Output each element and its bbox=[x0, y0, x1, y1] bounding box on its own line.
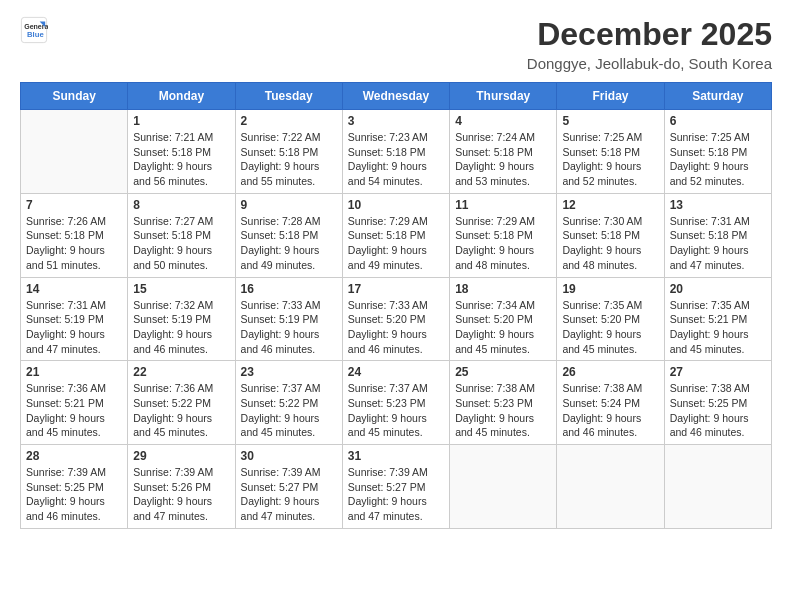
calendar-cell: 29Sunrise: 7:39 AM Sunset: 5:26 PM Dayli… bbox=[128, 445, 235, 529]
day-number: 16 bbox=[241, 282, 337, 296]
day-info: Sunrise: 7:30 AM Sunset: 5:18 PM Dayligh… bbox=[562, 214, 658, 273]
calendar-cell bbox=[557, 445, 664, 529]
day-number: 14 bbox=[26, 282, 122, 296]
day-number: 5 bbox=[562, 114, 658, 128]
calendar-cell bbox=[664, 445, 771, 529]
day-number: 12 bbox=[562, 198, 658, 212]
day-number: 3 bbox=[348, 114, 444, 128]
calendar-week-4: 21Sunrise: 7:36 AM Sunset: 5:21 PM Dayli… bbox=[21, 361, 772, 445]
weekday-header-wednesday: Wednesday bbox=[342, 83, 449, 110]
weekday-header-tuesday: Tuesday bbox=[235, 83, 342, 110]
day-number: 2 bbox=[241, 114, 337, 128]
day-info: Sunrise: 7:36 AM Sunset: 5:21 PM Dayligh… bbox=[26, 381, 122, 440]
calendar-cell: 13Sunrise: 7:31 AM Sunset: 5:18 PM Dayli… bbox=[664, 193, 771, 277]
calendar-cell: 6Sunrise: 7:25 AM Sunset: 5:18 PM Daylig… bbox=[664, 110, 771, 194]
day-number: 10 bbox=[348, 198, 444, 212]
calendar-cell: 9Sunrise: 7:28 AM Sunset: 5:18 PM Daylig… bbox=[235, 193, 342, 277]
logo-icon: General Blue bbox=[20, 16, 48, 44]
title-area: December 2025 Donggye, Jeollabuk-do, Sou… bbox=[527, 16, 772, 72]
day-info: Sunrise: 7:32 AM Sunset: 5:19 PM Dayligh… bbox=[133, 298, 229, 357]
calendar-cell: 8Sunrise: 7:27 AM Sunset: 5:18 PM Daylig… bbox=[128, 193, 235, 277]
calendar-cell: 10Sunrise: 7:29 AM Sunset: 5:18 PM Dayli… bbox=[342, 193, 449, 277]
day-info: Sunrise: 7:38 AM Sunset: 5:23 PM Dayligh… bbox=[455, 381, 551, 440]
day-info: Sunrise: 7:25 AM Sunset: 5:18 PM Dayligh… bbox=[562, 130, 658, 189]
day-info: Sunrise: 7:21 AM Sunset: 5:18 PM Dayligh… bbox=[133, 130, 229, 189]
day-number: 6 bbox=[670, 114, 766, 128]
day-number: 28 bbox=[26, 449, 122, 463]
day-info: Sunrise: 7:39 AM Sunset: 5:26 PM Dayligh… bbox=[133, 465, 229, 524]
day-number: 29 bbox=[133, 449, 229, 463]
day-info: Sunrise: 7:37 AM Sunset: 5:22 PM Dayligh… bbox=[241, 381, 337, 440]
day-info: Sunrise: 7:39 AM Sunset: 5:25 PM Dayligh… bbox=[26, 465, 122, 524]
day-info: Sunrise: 7:33 AM Sunset: 5:20 PM Dayligh… bbox=[348, 298, 444, 357]
day-number: 9 bbox=[241, 198, 337, 212]
day-info: Sunrise: 7:25 AM Sunset: 5:18 PM Dayligh… bbox=[670, 130, 766, 189]
day-info: Sunrise: 7:37 AM Sunset: 5:23 PM Dayligh… bbox=[348, 381, 444, 440]
day-number: 31 bbox=[348, 449, 444, 463]
day-info: Sunrise: 7:38 AM Sunset: 5:25 PM Dayligh… bbox=[670, 381, 766, 440]
day-info: Sunrise: 7:26 AM Sunset: 5:18 PM Dayligh… bbox=[26, 214, 122, 273]
weekday-header-sunday: Sunday bbox=[21, 83, 128, 110]
day-info: Sunrise: 7:28 AM Sunset: 5:18 PM Dayligh… bbox=[241, 214, 337, 273]
day-info: Sunrise: 7:27 AM Sunset: 5:18 PM Dayligh… bbox=[133, 214, 229, 273]
day-info: Sunrise: 7:24 AM Sunset: 5:18 PM Dayligh… bbox=[455, 130, 551, 189]
calendar-cell: 30Sunrise: 7:39 AM Sunset: 5:27 PM Dayli… bbox=[235, 445, 342, 529]
location-subtitle: Donggye, Jeollabuk-do, South Korea bbox=[527, 55, 772, 72]
month-title: December 2025 bbox=[527, 16, 772, 53]
day-number: 24 bbox=[348, 365, 444, 379]
day-info: Sunrise: 7:38 AM Sunset: 5:24 PM Dayligh… bbox=[562, 381, 658, 440]
calendar-week-3: 14Sunrise: 7:31 AM Sunset: 5:19 PM Dayli… bbox=[21, 277, 772, 361]
day-number: 8 bbox=[133, 198, 229, 212]
day-number: 15 bbox=[133, 282, 229, 296]
calendar-cell: 14Sunrise: 7:31 AM Sunset: 5:19 PM Dayli… bbox=[21, 277, 128, 361]
day-info: Sunrise: 7:29 AM Sunset: 5:18 PM Dayligh… bbox=[348, 214, 444, 273]
day-number: 1 bbox=[133, 114, 229, 128]
calendar-cell: 26Sunrise: 7:38 AM Sunset: 5:24 PM Dayli… bbox=[557, 361, 664, 445]
logo: General Blue bbox=[20, 16, 48, 44]
day-info: Sunrise: 7:23 AM Sunset: 5:18 PM Dayligh… bbox=[348, 130, 444, 189]
day-info: Sunrise: 7:39 AM Sunset: 5:27 PM Dayligh… bbox=[348, 465, 444, 524]
day-number: 26 bbox=[562, 365, 658, 379]
day-number: 25 bbox=[455, 365, 551, 379]
calendar-cell bbox=[21, 110, 128, 194]
calendar-cell: 20Sunrise: 7:35 AM Sunset: 5:21 PM Dayli… bbox=[664, 277, 771, 361]
calendar-cell: 4Sunrise: 7:24 AM Sunset: 5:18 PM Daylig… bbox=[450, 110, 557, 194]
calendar-week-1: 1Sunrise: 7:21 AM Sunset: 5:18 PM Daylig… bbox=[21, 110, 772, 194]
weekday-header-monday: Monday bbox=[128, 83, 235, 110]
calendar-cell: 5Sunrise: 7:25 AM Sunset: 5:18 PM Daylig… bbox=[557, 110, 664, 194]
calendar: SundayMondayTuesdayWednesdayThursdayFrid… bbox=[20, 82, 772, 529]
day-number: 27 bbox=[670, 365, 766, 379]
day-info: Sunrise: 7:22 AM Sunset: 5:18 PM Dayligh… bbox=[241, 130, 337, 189]
calendar-cell: 22Sunrise: 7:36 AM Sunset: 5:22 PM Dayli… bbox=[128, 361, 235, 445]
day-number: 17 bbox=[348, 282, 444, 296]
calendar-cell: 7Sunrise: 7:26 AM Sunset: 5:18 PM Daylig… bbox=[21, 193, 128, 277]
calendar-cell: 31Sunrise: 7:39 AM Sunset: 5:27 PM Dayli… bbox=[342, 445, 449, 529]
calendar-cell: 28Sunrise: 7:39 AM Sunset: 5:25 PM Dayli… bbox=[21, 445, 128, 529]
day-number: 19 bbox=[562, 282, 658, 296]
calendar-week-2: 7Sunrise: 7:26 AM Sunset: 5:18 PM Daylig… bbox=[21, 193, 772, 277]
calendar-cell bbox=[450, 445, 557, 529]
calendar-cell: 27Sunrise: 7:38 AM Sunset: 5:25 PM Dayli… bbox=[664, 361, 771, 445]
day-number: 4 bbox=[455, 114, 551, 128]
calendar-cell: 21Sunrise: 7:36 AM Sunset: 5:21 PM Dayli… bbox=[21, 361, 128, 445]
day-number: 18 bbox=[455, 282, 551, 296]
day-number: 30 bbox=[241, 449, 337, 463]
day-number: 11 bbox=[455, 198, 551, 212]
day-info: Sunrise: 7:35 AM Sunset: 5:21 PM Dayligh… bbox=[670, 298, 766, 357]
day-number: 23 bbox=[241, 365, 337, 379]
calendar-cell: 3Sunrise: 7:23 AM Sunset: 5:18 PM Daylig… bbox=[342, 110, 449, 194]
day-info: Sunrise: 7:29 AM Sunset: 5:18 PM Dayligh… bbox=[455, 214, 551, 273]
calendar-cell: 1Sunrise: 7:21 AM Sunset: 5:18 PM Daylig… bbox=[128, 110, 235, 194]
calendar-cell: 15Sunrise: 7:32 AM Sunset: 5:19 PM Dayli… bbox=[128, 277, 235, 361]
calendar-cell: 18Sunrise: 7:34 AM Sunset: 5:20 PM Dayli… bbox=[450, 277, 557, 361]
svg-text:Blue: Blue bbox=[27, 30, 44, 39]
day-number: 21 bbox=[26, 365, 122, 379]
calendar-cell: 17Sunrise: 7:33 AM Sunset: 5:20 PM Dayli… bbox=[342, 277, 449, 361]
calendar-cell: 24Sunrise: 7:37 AM Sunset: 5:23 PM Dayli… bbox=[342, 361, 449, 445]
day-number: 20 bbox=[670, 282, 766, 296]
calendar-cell: 16Sunrise: 7:33 AM Sunset: 5:19 PM Dayli… bbox=[235, 277, 342, 361]
calendar-cell: 11Sunrise: 7:29 AM Sunset: 5:18 PM Dayli… bbox=[450, 193, 557, 277]
weekday-header-saturday: Saturday bbox=[664, 83, 771, 110]
calendar-cell: 12Sunrise: 7:30 AM Sunset: 5:18 PM Dayli… bbox=[557, 193, 664, 277]
weekday-header-friday: Friday bbox=[557, 83, 664, 110]
